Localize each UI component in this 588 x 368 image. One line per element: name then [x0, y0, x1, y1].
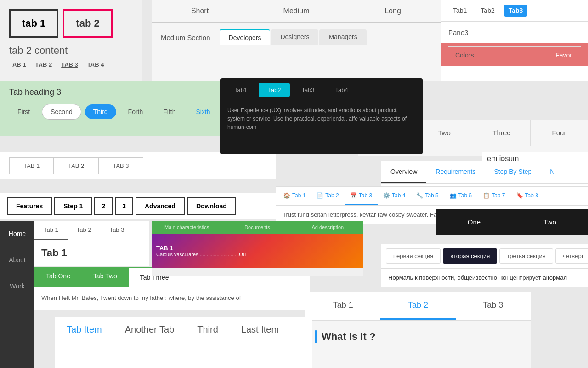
doc-sub: Calcuis vasculares .....................… — [156, 252, 246, 257]
dark-tab-one[interactable]: One — [436, 209, 512, 235]
panel-sidebar: Home About Work — [0, 221, 34, 368]
tab-sixth[interactable]: Sixth — [188, 104, 219, 119]
tab-two[interactable]: Two — [416, 120, 473, 146]
tab-nav-2[interactable]: TAB 2 — [35, 61, 52, 68]
sidebar-work[interactable]: Work — [0, 273, 34, 299]
tab-three[interactable]: Three — [473, 120, 531, 146]
sidebar-about[interactable]: About — [0, 247, 34, 273]
tab2-content: tab 2 content — [9, 45, 133, 57]
green-content: When I left Mr. Bates, I went down to my… — [34, 287, 310, 310]
panel-dark-tabs: Tab1 Tab2 Tab3 Tab4 User Experience (UX)… — [220, 78, 423, 154]
tab-box-2[interactable]: tab 2 — [63, 9, 112, 38]
pane3-label: Pane3 — [441, 22, 588, 43]
icon-tab-5[interactable]: 🔧 Tab 5 — [411, 187, 444, 205]
tab-step2[interactable]: 2 — [94, 197, 113, 215]
icon-tab-3[interactable]: 📅 Tab 3 — [345, 187, 378, 205]
doc-tab-main[interactable]: Main characteristics — [152, 221, 222, 234]
medium-section-label: Medium Section — [161, 34, 210, 41]
simple-tab-3[interactable]: Tab 3 — [101, 221, 134, 240]
icon-tab-2[interactable]: 📄 Tab 2 — [311, 187, 344, 205]
panel-short-medium-long: Short Medium Long Medium Section Develop… — [152, 0, 441, 80]
icon-tab-7[interactable]: 📋 Tab 7 — [477, 187, 510, 205]
tab-requirements[interactable]: Requirements — [426, 161, 485, 183]
tab-item-4[interactable]: Last Item — [230, 317, 290, 342]
large-tab-3[interactable]: Tab 3 — [456, 292, 531, 320]
tab-nav-3[interactable]: TAB 3 — [61, 61, 78, 68]
tab1-btn[interactable]: Tab1 — [448, 5, 471, 17]
tab-fifth[interactable]: Fifth — [155, 104, 184, 119]
panel-dark-onetwo: One Two — [436, 209, 588, 235]
panel-feature-tabs: Features Step 1 2 3 Advanced Download — [0, 193, 276, 218]
doc-tab-ad[interactable]: Ad description — [293, 221, 363, 234]
tab-designers[interactable]: Designers — [271, 29, 318, 45]
sidebar-home[interactable]: Home — [0, 221, 34, 247]
panel-tab-boxes: tab 1 tab 2 tab 2 content TAB 1 TAB 2 TA… — [0, 0, 142, 80]
tab-step3[interactable]: 3 — [115, 197, 133, 215]
tab-item-1[interactable]: Tab Item — [55, 317, 113, 342]
panel-large-tabs: Tab 1 Tab 2 Tab 3 What is it ? — [305, 292, 531, 368]
doc-tab-docs[interactable]: Documents — [222, 221, 292, 234]
panel-ru-tabs: первая секция вторая секция третья секци… — [381, 244, 588, 287]
dark-tab-two[interactable]: Two — [512, 209, 588, 235]
tab-nav-4[interactable]: TAB 4 — [87, 61, 104, 68]
tab-forth[interactable]: Forth — [120, 104, 152, 119]
panel-item-tabs: Tab Item Another Tab Third Last Item — [55, 317, 312, 368]
ru-tab-3[interactable]: третья секция — [499, 248, 553, 264]
tab1-title: Tab 1 — [34, 240, 149, 266]
tab-four[interactable]: Four — [531, 120, 588, 146]
what-bar-decoration — [315, 330, 317, 343]
tab-medium[interactable]: Medium — [248, 0, 345, 22]
icon-tab-8[interactable]: 🔖 Tab 8 — [511, 187, 544, 205]
simple-tab-1[interactable]: Tab 1 — [34, 221, 68, 240]
dark-tab-3[interactable]: Tab3 — [292, 83, 323, 97]
panel-tab1-tab2-tab3: Tab1 Tab2 Tab3 Pane3 Colors Favor — [441, 0, 588, 80]
ru-tab-1[interactable]: первая секция — [386, 248, 441, 264]
icon-tab-1[interactable]: 🏠 Tab 1 — [278, 187, 311, 205]
tab-third[interactable]: Third — [85, 104, 116, 119]
tab-item-3[interactable]: Third — [186, 317, 230, 342]
tab-short[interactable]: Short — [152, 0, 248, 22]
tab-step-by-step[interactable]: Step By Step — [485, 161, 541, 183]
outlined-tab-1[interactable]: TAB 1 — [9, 157, 54, 174]
ru-content: Нормаль к поверхности, общеизвестно, кон… — [381, 269, 588, 287]
ru-tab-2[interactable]: вторая секция — [443, 248, 497, 264]
tab-nav-1[interactable]: TAB 1 — [9, 61, 26, 68]
tab-box-1[interactable]: tab 1 — [9, 9, 58, 38]
outlined-tab-2[interactable]: TAB 2 — [54, 157, 98, 174]
panel-doc-tabs: Main characteristics Documents Ad descri… — [152, 221, 363, 276]
tab-item-2[interactable]: Another Tab — [113, 317, 186, 342]
fav-label: Favor — [546, 47, 581, 63]
tab-step1[interactable]: Step 1 — [54, 197, 92, 215]
tab-overview[interactable]: Overview — [381, 161, 426, 183]
tab-long[interactable]: Long — [345, 0, 441, 22]
tab-features[interactable]: Features — [7, 197, 52, 215]
tab-advanced[interactable]: Advanced — [136, 197, 185, 215]
colors-label: Colors — [448, 47, 546, 63]
icon-tab-4[interactable]: ⚙️ Tab 4 — [378, 187, 411, 205]
icon-tab-6[interactable]: 👥 Tab 6 — [444, 187, 477, 205]
green-tab-one[interactable]: Tab One — [34, 267, 82, 287]
tab-heading-3: Tab heading 3 — [9, 87, 211, 97]
tab-first[interactable]: First — [9, 104, 38, 119]
dark-tab-1[interactable]: Tab1 — [225, 83, 256, 97]
tab2-btn[interactable]: Tab2 — [476, 5, 499, 17]
simple-tab-2[interactable]: Tab 2 — [68, 221, 101, 240]
dark-tab-2[interactable]: Tab2 — [259, 83, 290, 97]
panel-tab-heading-3: Tab heading 3 First Second Third Forth F… — [0, 80, 220, 136]
tab-second[interactable]: Second — [42, 104, 81, 120]
outlined-tab-3[interactable]: TAB 3 — [98, 157, 143, 174]
ru-tab-4[interactable]: четвёрт — [555, 248, 588, 264]
doc-tab1-label: TAB 1 — [156, 245, 246, 252]
large-tab-2[interactable]: Tab 2 — [380, 292, 455, 320]
tab-download[interactable]: Download — [187, 197, 236, 215]
tab-developers[interactable]: Developers — [220, 29, 271, 45]
tab-n[interactable]: N — [541, 161, 564, 183]
green-tab-two[interactable]: Tab Two — [82, 267, 129, 287]
doc-content: TAB 1 Calcuis vasculares ...............… — [152, 234, 363, 268]
tab-managers[interactable]: Managers — [319, 29, 366, 45]
what-is-it-title: What is it ? — [322, 331, 375, 343]
large-tab-1[interactable]: Tab 1 — [305, 292, 380, 320]
dark-tab-4[interactable]: Tab4 — [326, 83, 357, 97]
tab3-btn[interactable]: Tab3 — [504, 5, 528, 17]
panel-simple-tabs: Tab 1 Tab 2 Tab 3 Tab 1 — [34, 221, 149, 266]
